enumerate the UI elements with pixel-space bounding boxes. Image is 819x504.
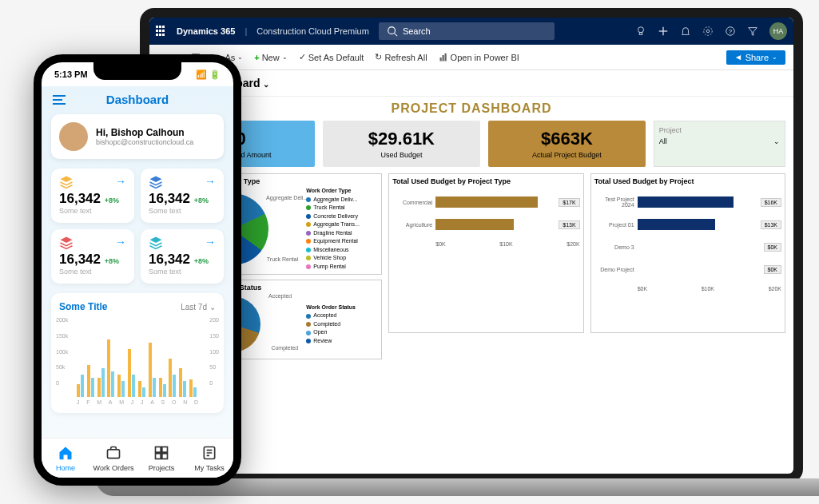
legend-item[interactable]: Dragline Rental: [306, 229, 378, 238]
gear-icon[interactable]: [702, 26, 714, 37]
stat-card[interactable]: →16,342 +8%Some text: [51, 229, 134, 284]
mobile-bar-chart[interactable]: 200k150k100k50k0 200150100500: [59, 317, 216, 397]
svg-rect-18: [108, 449, 120, 458]
legend-item[interactable]: Open: [306, 328, 378, 337]
legend-item[interactable]: Vehicle Shop: [306, 254, 378, 263]
user-avatar-image: [59, 122, 88, 151]
filter-icon[interactable]: [747, 26, 758, 37]
open-powerbi-button[interactable]: Open in Power BI: [439, 53, 519, 62]
slicer-value: All: [659, 137, 667, 145]
bar-pair[interactable]: [179, 333, 188, 397]
refresh-button[interactable]: ↻Refresh All: [375, 52, 427, 62]
help-icon[interactable]: ?: [725, 26, 736, 37]
plus-icon[interactable]: [658, 26, 669, 37]
share-button[interactable]: Share⌄: [726, 50, 785, 65]
svg-rect-3: [639, 33, 642, 35]
user-avatar[interactable]: HA: [769, 22, 787, 40]
search-icon: [387, 26, 398, 37]
stat-card[interactable]: →16,342 +8%Some text: [141, 229, 224, 284]
panel-budget-by-type: Total Used Budget by Project Type Commer…: [388, 173, 583, 333]
kpi-actual-budget: $663KActual Project Budget: [488, 121, 646, 167]
command-bar: ← | Save As⌄ +New⌄ ✓Set As Default ↻Refr…: [149, 45, 793, 70]
bar-pair[interactable]: [117, 333, 126, 397]
chart-range-selector[interactable]: Last 7d⌄: [181, 303, 216, 312]
kpi-used-budget: $29.61KUsed Budget: [323, 121, 480, 167]
panel-budget-by-project: Total Used Budget by Project Test Projec…: [590, 173, 785, 333]
stack-icon: [149, 236, 161, 248]
page-title: Project Dashboard ⌄: [149, 70, 793, 97]
legend-dot: [306, 322, 311, 327]
stat-card[interactable]: →16,342 +8%Some text: [141, 169, 224, 223]
legend-item[interactable]: Miscellaneous: [306, 246, 378, 255]
bar-pair[interactable]: [77, 333, 85, 397]
stack-icon: [59, 236, 72, 248]
tab-icon: [201, 445, 217, 462]
bar-row[interactable]: Demo Project$0K: [594, 264, 781, 275]
bar-pair[interactable]: [87, 333, 96, 397]
search-input[interactable]: Search: [379, 22, 555, 40]
arrow-right-icon: →: [205, 236, 216, 248]
chevron-down-icon: ⌄: [773, 137, 780, 145]
user-greeting: Hi, Bishop Calhoun: [96, 127, 193, 138]
bar-pair[interactable]: [138, 333, 147, 397]
user-card[interactable]: Hi, Bishop Calhoun bishopc@constructionc…: [51, 114, 224, 159]
lightbulb-icon[interactable]: [635, 26, 646, 37]
legend-dot: [306, 248, 311, 252]
svg-rect-22: [162, 453, 168, 458]
legend-dot: [306, 264, 311, 269]
svg-rect-19: [156, 446, 161, 452]
project-slicer[interactable]: Project All⌄: [654, 121, 785, 167]
legend-item[interactable]: Aggregate Trans...: [306, 220, 378, 229]
set-default-button[interactable]: ✓Set As Default: [299, 52, 364, 62]
chevron-down-icon: ⌄: [209, 303, 216, 312]
stat-card[interactable]: →16,342 +8%Some text: [51, 169, 134, 223]
legend-dot: [306, 205, 311, 210]
bar-row[interactable]: Commercial$17K: [392, 196, 579, 208]
tab-my-tasks[interactable]: My Tasks: [185, 439, 233, 478]
legend-wo-type: Work Order Type Aggregate Deliv...Truck …: [306, 187, 378, 271]
tab-projects[interactable]: Projects: [137, 439, 185, 478]
new-button[interactable]: +New⌄: [254, 53, 287, 62]
legend-item[interactable]: Truck Rental: [306, 204, 378, 212]
dashboard-heading: PROJECT DASHBOARD: [157, 101, 785, 116]
legend-item[interactable]: Review: [306, 337, 378, 346]
svg-point-2: [638, 27, 644, 33]
bar-pair[interactable]: [169, 333, 177, 397]
legend-dot: [306, 331, 311, 335]
bar-pair[interactable]: [149, 333, 157, 397]
bar-row[interactable]: Project 01$13K: [594, 219, 781, 230]
legend-dot: [306, 239, 311, 244]
bar-pair[interactable]: [189, 333, 198, 397]
status-icons: 📶 🔋: [196, 69, 221, 80]
app-launcher-icon[interactable]: [156, 26, 167, 37]
tab-home[interactable]: Home: [42, 439, 89, 478]
menu-icon[interactable]: [51, 93, 67, 106]
bar-pair[interactable]: [159, 333, 168, 397]
slicer-label: Project: [659, 126, 780, 134]
tab-work-orders[interactable]: Work Orders: [89, 439, 137, 478]
arrow-right-icon: →: [115, 175, 126, 188]
legend-item[interactable]: Completed: [306, 320, 378, 329]
legend-item[interactable]: Concrete Delivery: [306, 212, 378, 221]
legend-item[interactable]: Accepted: [306, 312, 378, 320]
bell-icon[interactable]: [680, 26, 691, 37]
bar-row[interactable]: Agriculture$13K: [392, 219, 579, 230]
legend-item[interactable]: Equipment Rental: [306, 237, 378, 246]
svg-point-7: [704, 27, 713, 36]
svg-point-0: [388, 27, 396, 34]
app-topbar: Dynamics 365 | Construction Cloud Premiu…: [149, 18, 793, 45]
bar-pair[interactable]: [97, 333, 106, 397]
svg-rect-12: [439, 58, 441, 62]
app-name: Construction Cloud Premium: [256, 26, 369, 36]
bar-row[interactable]: Test Project 2024$16K: [594, 196, 781, 208]
bar-pair[interactable]: [128, 333, 137, 397]
bar-row[interactable]: Demo 3$0K: [594, 241, 781, 252]
svg-rect-20: [162, 446, 168, 452]
bar-pair[interactable]: [107, 333, 116, 397]
svg-point-6: [706, 30, 710, 33]
arrow-right-icon: →: [205, 175, 216, 188]
phone-notch: [93, 62, 181, 80]
legend-item[interactable]: Pump Rental: [306, 263, 378, 272]
legend-dot: [306, 231, 311, 236]
legend-item[interactable]: Aggregate Deliv...: [306, 196, 378, 204]
